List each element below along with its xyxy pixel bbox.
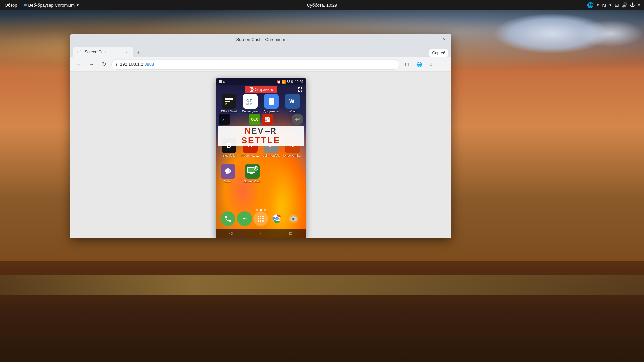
address-bar[interactable]: ℹ 192.168.1.2:8888 [111,59,399,70]
close-button[interactable]: × [441,36,448,43]
dock-messages-icon[interactable] [237,211,252,226]
phone-screen: ⬜ ⊡ ⏰ 📶 83% 10:29 P Сохранить [216,78,306,238]
chevron-down-icon-lang: ▼ [609,3,612,7]
never-n: N [245,126,251,135]
svg-rect-3 [225,101,230,102]
back-button[interactable]: ← [73,59,84,70]
tab-close-button[interactable]: × [124,49,129,55]
wifi-icon: 📶 [282,80,286,84]
browser-tab[interactable]: 📄 Screen Cast × [73,47,133,57]
taskbar: Обзор Веб-браузер Chromium ▼ Суббота, 10… [0,0,644,10]
coinportfolio-label: Coin Portfolio [262,154,281,157]
add-icon: + [137,50,140,55]
app-docs[interactable]: Документы [262,94,281,113]
olx-icon[interactable]: OLX [249,114,260,125]
svg-point-27 [243,218,244,219]
browser-window: Screen Cast – Chromium × 📄 Screen Cast ×… [70,34,451,238]
translate-icon[interactable]: 🌐 [414,59,424,70]
svg-text:W: W [289,99,295,104]
fullscreen-button[interactable] [297,86,304,93]
middle-app-icons: OLX 📈 [249,114,273,125]
active-dot [24,4,27,6]
time-display: 10:29 [294,80,303,84]
window-title: Screen Cast – Chromium [236,37,285,42]
svg-rect-31 [260,216,261,217]
chevron-down-icon-globe: ▼ [596,3,600,7]
app-viber[interactable]: Viber [219,164,237,183]
taskbar-clock: Суббота, 10:29 [307,3,337,8]
svg-rect-33 [258,218,259,219]
svg-point-45 [293,218,294,220]
svg-text:E: E [225,103,227,106]
taskbar-right: 🌐 ▼ ru ▼ ⊟ 🔊 ⏻ ▼ [587,2,641,8]
back-icon[interactable]: ↩ [292,114,303,125]
svg-rect-38 [262,220,264,222]
phone-status-bar: ⬜ ⊡ ⏰ 📶 83% 10:29 [216,78,306,85]
security-icon: ℹ [116,62,117,67]
profile-button[interactable]: Сергей [429,49,448,57]
nav-actions: ⊡ 🌐 ☆ ⋮ [401,59,448,70]
viber-label: Viber [219,180,237,183]
dock-phone-icon[interactable] [221,211,235,226]
ebookdroid-icon: E [222,94,236,109]
docs-icon [264,94,279,109]
reload-button[interactable]: ↻ [99,59,109,70]
svg-rect-22 [250,173,253,174]
app-ebookdroid[interactable]: E EBookDroid [220,94,238,113]
svg-rect-32 [262,216,264,217]
svg-rect-1 [225,98,233,99]
tradingview-icon[interactable]: 📈 [262,114,273,125]
taskbar-chromium[interactable]: Веб-браузер Chromium ▼ [23,2,81,8]
bookmark-icon[interactable]: ☆ [426,59,436,70]
menu-icon[interactable]: ⋮ [438,59,448,70]
svg-rect-36 [258,220,259,222]
new-tab-button[interactable]: + [133,48,143,57]
globe-icon[interactable]: 🌐 [587,2,594,8]
volume-icon: 🔊 [622,2,627,8]
idnow-label: iDnow Online-I.. [283,154,302,157]
svg-point-42 [276,218,278,220]
taskbar-overview[interactable]: Обзор [3,2,19,8]
dock-chrome-icon[interactable] [270,211,284,226]
app-screencast[interactable]: Screen Cast [243,164,262,183]
svg-rect-21 [248,168,255,172]
apps-row-4-items: Viber [219,164,303,183]
cast-icon[interactable]: ⊡ [401,59,412,70]
dock-camera-icon[interactable] [286,211,301,226]
screencast-icon [245,164,260,179]
ocean-highlight [0,275,644,295]
svg-rect-35 [262,218,264,219]
middle-area: >_ OLX 📈 ↩ NEVR SETTLE [216,114,306,146]
title-bar: Screen Cast – Chromium × [70,34,451,45]
ocean-decoration [0,261,644,362]
address-text: 192.168.1.2:8888 [120,62,395,67]
phone-save-button[interactable]: P Сохранить [245,86,277,93]
screencast-label: Screen Cast [243,180,262,183]
forward-button[interactable]: → [86,59,97,70]
tradeview-label: TradeView Maj.. [241,154,260,157]
phone-apps-area: E EBookDroid G T [216,94,306,114]
chevron-down-icon-power: ▼ [637,3,641,7]
taskbar-left: Обзор Веб-браузер Chromium ▼ [3,2,81,8]
terminal-icon[interactable]: >_ [219,114,230,125]
chevron-down-icon: ▼ [76,3,79,7]
pinterest-icon: P [249,87,253,92]
phone-dock [216,209,306,228]
ebookdroid-label: EBookDroid [220,110,238,113]
phone-back-btn[interactable]: ◁ [229,231,232,236]
power-icon: ⏻ [630,2,635,8]
app-word[interactable]: W Word [283,94,302,113]
svg-point-28 [244,218,245,219]
alarm-icon: ⏰ [277,80,281,84]
phone-recent-btn[interactable]: □ [290,231,292,236]
app-translate[interactable]: G T 翻 En Переводчик [241,94,260,113]
phone-home-btn[interactable]: ○ [260,231,262,236]
docs-label: Документы [262,110,281,113]
svg-text:翻: 翻 [246,103,249,105]
svg-rect-14 [270,101,273,101]
translate-icon: G T 翻 En [243,94,258,109]
svg-text:T: T [250,99,252,103]
dock-apps-icon[interactable] [253,211,268,226]
cloud-decoration-2 [577,20,644,47]
language-indicator[interactable]: ru [602,3,606,8]
